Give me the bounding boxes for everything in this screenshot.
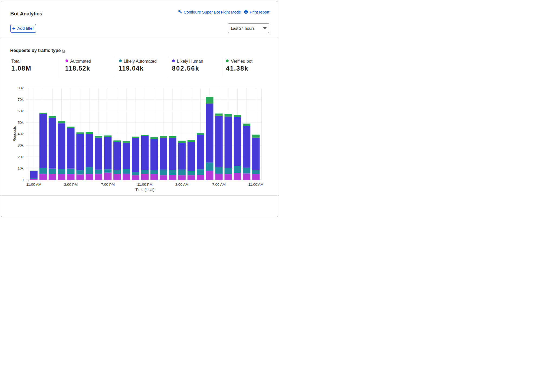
svg-text:7:00 PM: 7:00 PM	[101, 182, 114, 187]
svg-text:11:00 PM: 11:00 PM	[137, 182, 153, 187]
svg-text:7:00 AM: 7:00 AM	[212, 182, 226, 187]
svg-text:3:00 AM: 3:00 AM	[175, 182, 189, 187]
svg-text:20k: 20k	[18, 155, 24, 159]
svg-text:40k: 40k	[18, 132, 24, 136]
svg-text:0: 0	[21, 178, 24, 182]
svg-text:3:00 PM: 3:00 PM	[64, 182, 78, 187]
svg-text:Time (local): Time (local)	[135, 188, 154, 192]
svg-text:11:00 AM: 11:00 AM	[248, 182, 264, 187]
svg-text:60k: 60k	[18, 109, 24, 113]
svg-text:50k: 50k	[18, 121, 24, 125]
svg-text:11:00 AM: 11:00 AM	[26, 182, 41, 187]
svg-text:Requests: Requests	[12, 126, 17, 141]
svg-text:70k: 70k	[18, 98, 24, 102]
svg-text:80k: 80k	[18, 86, 24, 90]
svg-text:30k: 30k	[18, 143, 24, 147]
svg-text:10k: 10k	[18, 166, 24, 170]
